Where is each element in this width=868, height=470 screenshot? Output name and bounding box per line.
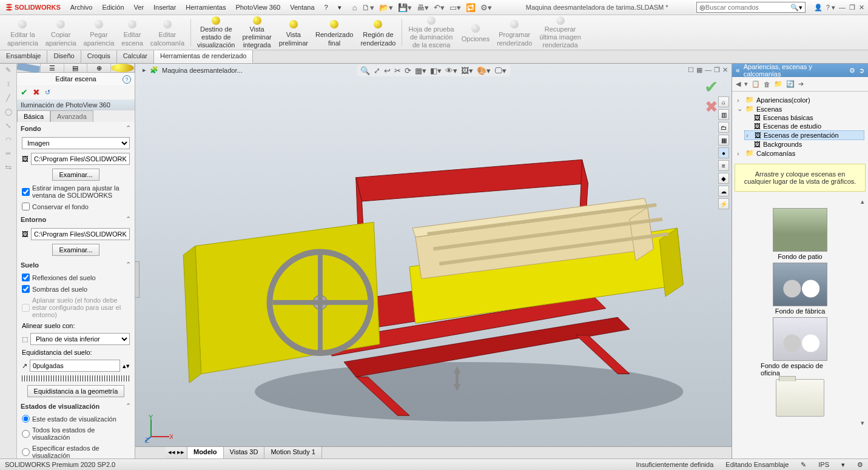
user-icon[interactable]: 👤 (814, 4, 823, 12)
cancel-button[interactable]: ✖ (33, 87, 40, 97)
tp-nav-icon[interactable]: « (736, 66, 740, 75)
breadcrumb-expand-icon[interactable]: ▸ (143, 66, 146, 74)
tp-arrow-icon[interactable]: ➔ (798, 80, 804, 88)
breadcrumb[interactable]: ▸ 🧩 Maquina deesmantelador... (143, 66, 243, 74)
tp-refresh-icon[interactable]: 🔄 (786, 80, 795, 88)
panel-tab-config-icon[interactable]: ☰ (41, 64, 64, 72)
menu-help[interactable]: ? (320, 4, 333, 11)
radio-especificar[interactable]: Especificar estados de visualización (22, 445, 130, 458)
section-entorno[interactable]: Entorno⌃ (17, 213, 135, 226)
menu-photoview[interactable]: PhotoView 360 (230, 4, 285, 11)
close-icon[interactable]: ✕ (859, 4, 864, 12)
radio-este-estado[interactable]: Este estado de visualización (22, 415, 130, 423)
tp-del-icon[interactable]: 🗑 (764, 81, 770, 88)
section-illumination[interactable]: Iluminación de PhotoView 360 (17, 99, 135, 110)
entorno-path-input[interactable] (31, 228, 130, 240)
zoom-fit-icon[interactable]: 🔍 (360, 66, 370, 75)
tree-escenas-b-sicas[interactable]: 🖼Escenas básicas (744, 113, 864, 122)
tp-tab-forum-icon[interactable]: ☁ (718, 186, 729, 196)
accept-overlay-icon[interactable]: ✔ (704, 77, 718, 97)
btab-nav-icon[interactable]: ◂◂ ▸▸ (166, 447, 187, 458)
ftab-calcular[interactable]: Calcular (117, 50, 154, 63)
menu-edicion[interactable]: Edición (97, 4, 129, 11)
move-icon[interactable]: ⤡ (5, 122, 11, 130)
panel-collapse-handle[interactable] (135, 261, 140, 298)
home-icon[interactable]: ⌂ (352, 3, 357, 12)
display-style-icon[interactable]: ◧▾ (430, 66, 442, 75)
line-icon[interactable]: ╱ (6, 94, 10, 102)
ftab-ensamblaje[interactable]: Ensamblaje (0, 50, 47, 63)
menu-herramientas[interactable]: Herramientas (181, 4, 230, 11)
ribbon-vista[interactable]: Vistapreliminar (275, 15, 312, 50)
status-extra-icon[interactable]: ▾ (841, 461, 845, 469)
ftab-dise-o[interactable]: Diseño (47, 50, 81, 63)
tp-tab-file-icon[interactable]: 🗀 (718, 122, 729, 133)
panel-tab-origin-icon[interactable]: ⊕ (87, 64, 111, 72)
entorno-browse-button[interactable]: Examinar... (52, 244, 99, 256)
panel-tab-display-icon[interactable]: ▤ (64, 64, 88, 72)
panel-help-icon[interactable]: ? (123, 75, 131, 84)
circle-icon[interactable]: ◯ (5, 108, 12, 116)
taskpane-pin-icon[interactable]: ➲ (859, 67, 864, 75)
fondo-path-input[interactable] (31, 153, 130, 165)
scene-icon[interactable]: 🖼▾ (461, 66, 473, 75)
menu-ver[interactable]: Ver (129, 4, 149, 11)
fondo-browse-button[interactable]: Examinar... (52, 169, 99, 181)
ftab-croquis[interactable]: Croquis (81, 50, 117, 63)
ribbon-destino-de[interactable]: Destino deestado devisualización (193, 15, 238, 50)
prev-view-icon[interactable]: ↩ (384, 66, 391, 75)
trim-icon[interactable]: ✂ (5, 150, 11, 158)
save-icon[interactable]: 💾▾ (398, 3, 412, 12)
subtab-basica[interactable]: Básica (17, 110, 50, 122)
spinner-icon[interactable]: ▴▾ (123, 362, 130, 370)
thumb-folder[interactable] (761, 379, 839, 417)
thumb-patio[interactable]: Fondo de patio (761, 208, 839, 260)
btab-vistas3d[interactable]: Vistas 3D (224, 447, 265, 458)
chk-conservar[interactable]: Conservar el fondo (22, 203, 130, 210)
reject-overlay-icon[interactable]: ✖ (705, 98, 718, 116)
ribbon-renderizado[interactable]: Renderizadofinal (312, 15, 357, 50)
ribbon-vista[interactable]: Vistapreliminarintegrada (238, 15, 275, 50)
thumbs-scroll-up-icon[interactable]: ▴ (861, 198, 864, 206)
tp-tab-appear-icon[interactable]: ● (718, 147, 729, 158)
ftab-herramientas-de-renderizado[interactable]: Herramientas de renderizado (154, 50, 253, 63)
tree-backgrounds[interactable]: 🖼Backgrounds (744, 140, 864, 149)
vp-close-icon[interactable]: ✕ (722, 66, 728, 74)
tp-tab-home-icon[interactable]: ⌂ (718, 96, 729, 107)
mirror-icon[interactable]: ⮀ (5, 164, 12, 171)
tp-tab-custom-icon[interactable]: ≡ (718, 160, 729, 171)
orientation-triad[interactable]: Y X Z (145, 415, 173, 443)
taskpane-gear-icon[interactable]: ⚙ (849, 67, 855, 75)
tp-add-icon[interactable]: 📁 (774, 80, 782, 88)
pushpin-icon[interactable]: ↺ (45, 89, 50, 96)
tree-escenas-de-estudio[interactable]: 🖼Escenas de estudio (744, 122, 864, 130)
status-cog-icon[interactable]: ⚙ (857, 461, 863, 469)
menu-ventana[interactable]: Ventana (285, 4, 319, 11)
menu-dropdown-icon[interactable]: ▾ (333, 4, 346, 12)
slider-ruler[interactable] (22, 375, 130, 381)
chk-sombras[interactable]: Sombras del suelo (22, 285, 130, 293)
zoom-area-icon[interactable]: ⤢ (374, 66, 380, 75)
taskpane-header[interactable]: « Apariencias, escenas y calcomanías ⚙ ➲ (732, 64, 868, 77)
tp-tab-sim-icon[interactable]: ⚡ (718, 198, 729, 209)
search-icon[interactable]: 🔍▾ (790, 4, 802, 12)
breadcrumb-label[interactable]: Maquina deesmantelador... (162, 67, 243, 74)
chk-reflexiones[interactable]: Reflexiones del suelo (22, 274, 130, 281)
sketch-icon[interactable]: ✎ (5, 66, 11, 74)
thumb-fabrica[interactable]: Fondo de fábrica (761, 263, 839, 315)
tp-paste-icon[interactable]: 📋 (752, 80, 760, 88)
dynamic-icon[interactable]: ⟳ (405, 66, 411, 75)
search-input[interactable] (705, 4, 790, 11)
rebuild-icon[interactable]: 🔁 (466, 3, 476, 12)
open-icon[interactable]: 📂▾ (379, 3, 393, 12)
tp-tab-view-icon[interactable]: ▦ (718, 135, 729, 146)
section-suelo[interactable]: Suelo⌃ (17, 258, 135, 271)
graphics-viewport[interactable]: ▸ 🧩 Maquina deesmantelador... 🔍 ⤢ ↩ ✂ ⟳ … (135, 64, 732, 458)
vp-grid-icon[interactable]: ▦ (696, 66, 702, 74)
restore-icon[interactable]: ❐ (849, 4, 855, 12)
tp-tab-lib-icon[interactable]: ▥ (718, 109, 729, 120)
btab-modelo[interactable]: Modelo (187, 447, 224, 458)
status-rebuild-icon[interactable]: ✎ (801, 461, 806, 469)
status-units[interactable]: IPS (818, 461, 829, 468)
appearance-apply-icon[interactable]: 🎨▾ (477, 66, 491, 75)
